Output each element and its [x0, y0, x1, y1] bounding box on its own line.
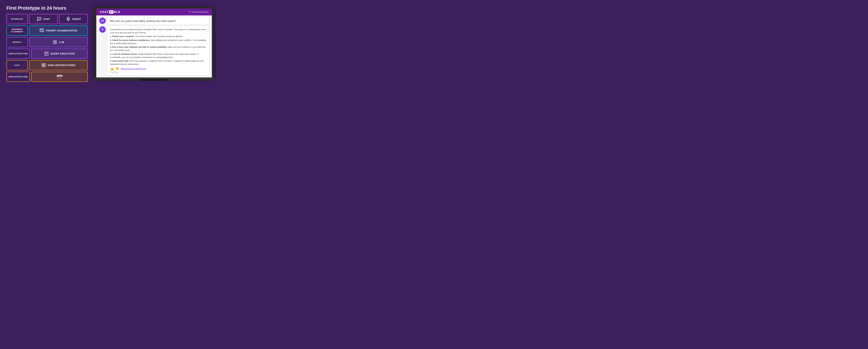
interface-options: CHAT AGENT: [29, 14, 88, 24]
prompt-augmentation-option[interactable]: PROMPT AUGMENTATION: [29, 26, 88, 36]
logo-chat: CHAT: [100, 10, 109, 14]
svg-rect-6: [54, 42, 55, 44]
infrastructure1-row: INFRASTRUCTURE QUERY EXECUTION: [6, 49, 88, 59]
app-header-right: IT Troubleshooting: [189, 11, 209, 13]
aws-logo: aws ↳↳: [57, 74, 62, 80]
query-icon: [44, 51, 49, 56]
svg-rect-4: [54, 41, 55, 42]
aws-option[interactable]: aws ↳↳: [31, 72, 88, 82]
ai-step-4: 4. Look for hardware issues. Faulty hard…: [110, 53, 206, 59]
logo-ble: BLE: [114, 10, 121, 14]
laptop-base: [94, 77, 214, 81]
user-message: AS Why does my system keep failing, show…: [99, 18, 209, 25]
semi-unstructured-option[interactable]: SEMI UNSTRUCTURED: [29, 60, 88, 70]
user-question: Why does my system keep failing, showing…: [110, 20, 176, 22]
interface-row: INTERFACE CHAT: [6, 14, 88, 24]
svg-rect-18: [42, 65, 43, 67]
app-header: CHATAIBLE IT Troubleshooting: [96, 8, 212, 15]
ai-step-1: 1. Restart your computer. This seems sim…: [110, 35, 206, 38]
ai-message: Ai It sounds like you're experiencing th…: [99, 26, 209, 75]
data-label: DATA: [6, 60, 28, 70]
infrastructure2-row: INFRASTRUCTURE aws ↳↳: [6, 72, 88, 82]
thumbs-up-button[interactable]: 👍: [110, 67, 114, 70]
feedback-row: 👍 👎 Edit and save as training data: [110, 67, 206, 70]
chat-area: AS Why does my system keep failing, show…: [96, 15, 212, 77]
agent-label: AGENT: [72, 18, 81, 20]
agent-icon: [66, 17, 71, 21]
semi-unstructured-label: SEMI UNSTRUCTURED: [48, 64, 75, 66]
prompt-icon: [39, 28, 44, 33]
ai-step-3: 3. Run a virus scan. Malware can lead to…: [110, 45, 206, 52]
ai-avatar: Ai: [99, 26, 106, 33]
prompt-augmentation-label: PROMPT AUGMENTATION: [46, 29, 77, 32]
left-panel: First Prototype in 24 hours INTERFACE CH…: [6, 5, 88, 82]
data-row: DATA SEMI UNSTRUCTURED: [6, 60, 88, 70]
right-panel: CHATAIBLE IT Troubleshooting AS Why does…: [94, 6, 214, 81]
chat-label: CHAT: [43, 18, 50, 20]
infrastructure1-label: INFRASTRUCTURE: [6, 49, 30, 59]
grid-container: INTERFACE CHAT: [6, 14, 88, 82]
llm-option[interactable]: LLM: [29, 37, 88, 47]
ai-step-2: 2. Check for recent software installatio…: [110, 39, 206, 45]
edit-training-link[interactable]: Edit and save as training data: [121, 67, 146, 70]
svg-rect-5: [55, 41, 57, 42]
models-row: MODELS LLM: [6, 37, 88, 47]
business-label: BUSINESSALIGNMENT: [6, 26, 28, 36]
user-avatar: AS: [99, 18, 106, 24]
ai-response: It sounds like you're experiencing the d…: [110, 28, 206, 66]
interface-label: INTERFACE: [6, 14, 28, 24]
business-row: BUSINESSALIGNMENT PROMPT AUGMENTATION: [6, 26, 88, 36]
infrastructure2-label: INFRASTRUCTURE: [6, 72, 30, 82]
svg-rect-3: [40, 29, 44, 32]
query-execution-label: QUERY EXECUTION: [51, 53, 75, 55]
svg-rect-19: [44, 65, 45, 67]
laptop-bezel: CHATAIBLE IT Troubleshooting AS Why does…: [94, 6, 214, 77]
logo-ai-box: AI: [109, 10, 114, 14]
app-logo: CHATAIBLE: [100, 10, 121, 14]
llm-label: LLM: [59, 41, 64, 43]
query-execution-option[interactable]: QUERY EXECUTION: [31, 49, 88, 59]
llm-icon: [53, 40, 57, 44]
chat-option[interactable]: CHAT: [29, 14, 58, 24]
agent-option[interactable]: AGENT: [59, 14, 88, 24]
ai-bubble: It sounds like you're experiencing the d…: [107, 26, 209, 75]
laptop-screen: CHATAIBLE IT Troubleshooting AS Why does…: [96, 8, 212, 77]
main-title: First Prototype in 24 hours: [6, 5, 88, 11]
laptop-mockup: CHATAIBLE IT Troubleshooting AS Why does…: [94, 6, 214, 81]
ai-step-5: 5. Seek expert help. If the issue persis…: [110, 59, 206, 66]
chat-icon: [37, 17, 41, 21]
ai-intro: It sounds like you're experiencing the d…: [110, 28, 206, 34]
user-bubble: Why does my system keep failing, showing…: [107, 18, 209, 25]
thumbs-down-button[interactable]: 👎: [115, 67, 119, 70]
timestamp: 4 Days ago: [110, 71, 206, 73]
semi-unstructured-icon: [41, 63, 46, 68]
models-label: MODELS: [6, 37, 28, 47]
svg-rect-7: [55, 42, 57, 44]
